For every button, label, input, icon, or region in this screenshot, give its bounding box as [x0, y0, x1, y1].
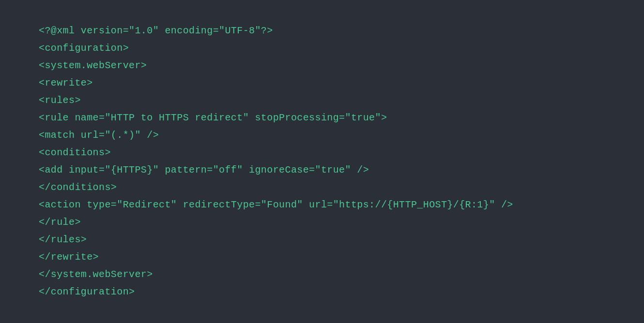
- code-line: </conditions>: [39, 179, 605, 196]
- code-line: <match url="(.*)" />: [39, 127, 605, 144]
- code-line: <configuration>: [39, 40, 605, 57]
- code-block: <?@xml version="1.0" encoding="UTF-8"?><…: [39, 23, 605, 300]
- code-line: <system.webServer>: [39, 58, 605, 74]
- code-line: <conditions>: [39, 145, 605, 161]
- code-line: </rules>: [39, 232, 605, 248]
- code-line: </rule>: [39, 214, 605, 231]
- code-line: </system.webServer>: [39, 266, 605, 283]
- code-line: <?@xml version="1.0" encoding="UTF-8"?>: [39, 23, 605, 39]
- code-container: <?@xml version="1.0" encoding="UTF-8"?><…: [15, 3, 629, 320]
- code-line: <rule name="HTTP to HTTPS redirect" stop…: [39, 110, 605, 126]
- code-line: <add input="{HTTPS}" pattern="off" ignor…: [39, 162, 605, 178]
- code-line: <rules>: [39, 92, 605, 109]
- code-line: </rewrite>: [39, 249, 605, 265]
- code-line: </configuration>: [39, 284, 605, 300]
- code-line: <rewrite>: [39, 75, 605, 91]
- code-line: <action type="Redirect" redirectType="Fo…: [39, 197, 605, 213]
